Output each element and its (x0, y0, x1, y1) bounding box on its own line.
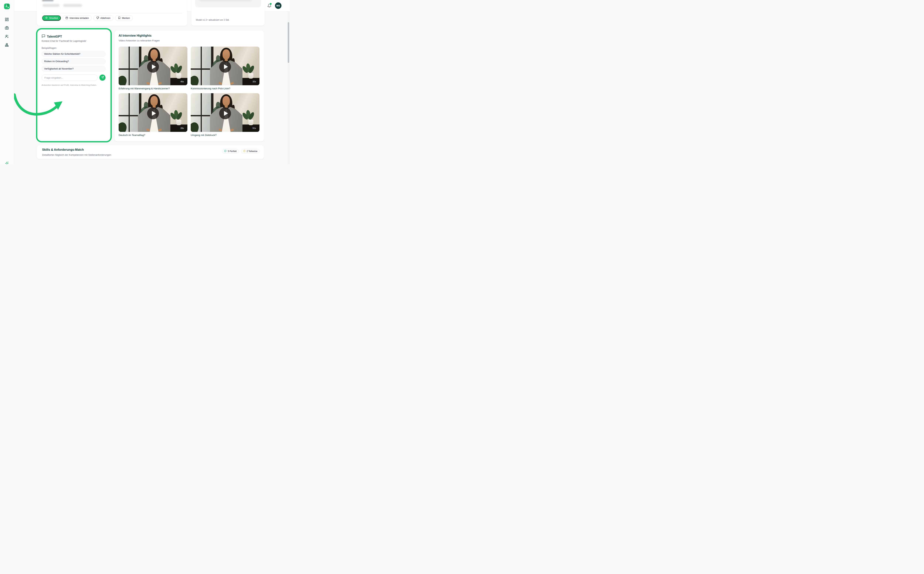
reject-button[interactable]: Ablehnen (94, 15, 113, 21)
play-button-icon[interactable] (219, 61, 231, 73)
divider (42, 13, 182, 13)
calendar-icon (65, 16, 68, 20)
sample-question-list: Welche Stärken für Schichtbetrieb? Risik… (42, 51, 105, 72)
sidebar: J (0, 0, 14, 164)
notifications-button[interactable] (267, 3, 271, 8)
play-button-icon[interactable] (147, 107, 159, 119)
chat-question-input[interactable] (42, 74, 97, 81)
building-icon (5, 44, 9, 47)
talentgpt-panel: TalentGPT Kontext Chat für 'Fachkraft fü… (37, 29, 110, 141)
sample-question-chip[interactable]: Risiken im Onboarding? (42, 58, 105, 64)
send-plane-icon (101, 76, 104, 79)
video-caption: Erfahrung mit Wareneingang & Handscanner… (119, 87, 187, 90)
partial-match-badge: 2 Teilweise (241, 149, 259, 153)
sidebar-item-dashboard[interactable] (5, 17, 9, 22)
video-card[interactable]: 51s Umgang mit Zeitdruck? (191, 93, 259, 136)
send-button[interactable] (99, 74, 105, 80)
sample-question-chip[interactable]: Welche Stärken für Schichtbetrieb? (42, 51, 105, 57)
video-card[interactable]: 28s Deutsch im Teamalltag? (119, 93, 187, 136)
video-caption: Umgang mit Zeitdruck? (191, 134, 259, 136)
sidebar-item-candidates[interactable] (5, 35, 9, 38)
redacted-tag (42, 0, 53, 1)
video-thumbnail[interactable]: 51s (191, 93, 259, 132)
model-summary-box (195, 0, 261, 7)
talentgpt-header: TalentGPT (42, 34, 62, 39)
context-subtitle: Kontext Chat für 'Fachkraft für Lagerlog… (42, 40, 86, 43)
skills-subtitle: Detaillierter Abgleich der Kompetenzen m… (42, 153, 111, 156)
play-button-icon[interactable] (147, 61, 159, 73)
duration-badge: 45s (179, 80, 185, 84)
match-model-card: Model v1.3 • aktualisiert vor 2 Std. (191, 0, 265, 26)
logo-dot-shape (8, 7, 9, 8)
shortlist-button[interactable]: Shortlist (42, 15, 61, 21)
video-caption: Deutsch im Teamalltag? (119, 134, 187, 136)
star-icon (45, 16, 48, 20)
panel-title: TalentGPT (47, 35, 62, 38)
video-thumbnail[interactable]: 32s (191, 47, 259, 85)
sample-questions-label: Beispielfragen: (42, 47, 57, 49)
video-caption: Kommissionierung nach Pick-Liste? (191, 87, 259, 90)
plant (171, 63, 184, 75)
perfect-match-badge: 5 Perfekt (222, 149, 239, 153)
video-card[interactable]: 32s Kommissionierung nach Pick-Liste? (191, 47, 259, 90)
action-button-row: Shortlist Interview einladen Ablehnen Me… (42, 15, 133, 21)
redacted-text-line (42, 4, 60, 7)
alert-circle-icon (243, 150, 245, 153)
invite-interview-button[interactable]: Interview einladen (63, 15, 92, 21)
sample-question-chip[interactable]: Verfügbarkeit ab November? (42, 66, 105, 72)
ai-sparkles-icon (5, 161, 9, 164)
highlights-title: AI Interview Highlights (119, 34, 152, 37)
skills-match-card: Skills & Anforderungs-Match Detaillierte… (37, 145, 264, 159)
duration-badge: 28s (179, 126, 185, 130)
duration-badge: 32s (251, 80, 258, 84)
bookmark-button[interactable]: Merken (115, 15, 133, 21)
user-avatar[interactable]: MS (275, 2, 281, 9)
plant (243, 63, 256, 75)
duration-badge: 51s (251, 126, 258, 130)
plant (171, 110, 184, 121)
redacted-text-line (63, 4, 82, 7)
notification-dot (270, 3, 272, 5)
chat-input-row (42, 74, 106, 81)
plant (243, 110, 256, 121)
logo-glyph: J (6, 4, 7, 8)
chat-bubble-icon (42, 34, 45, 39)
dashboard-grid-icon (5, 19, 9, 22)
model-status-text: Model v1.3 • aktualisiert vor 2 Std. (196, 19, 229, 21)
sidebar-item-company[interactable] (5, 43, 9, 47)
scrollbar-thumb[interactable] (288, 22, 289, 63)
scrollbar-track[interactable] (287, 11, 290, 164)
users-icon (5, 36, 9, 39)
interview-highlights-card: AI Interview Highlights Video-Antworten … (115, 30, 264, 142)
video-grid: 45s Erfahrung mit Wareneingang & Handsca… (119, 47, 260, 136)
app-logo[interactable]: J (4, 3, 10, 9)
briefcase-icon (5, 27, 9, 30)
bell-icon (267, 5, 271, 8)
chat-footer-note: Antworten basieren auf Profil, Interview… (42, 84, 97, 86)
check-circle-icon (224, 150, 226, 153)
highlights-subtitle: Video-Antworten zu relevanten Fragen (119, 39, 160, 42)
redacted-paragraph (199, 0, 252, 1)
skills-title: Skills & Anforderungs-Match (42, 148, 84, 151)
thumbs-down-icon (96, 16, 99, 20)
sidebar-item-jobs[interactable] (5, 26, 9, 30)
skills-badge-row: 5 Perfekt 2 Teilweise (222, 149, 259, 153)
bookmark-icon (118, 16, 121, 20)
video-card[interactable]: 45s Erfahrung mit Wareneingang & Handsca… (119, 47, 187, 90)
video-thumbnail[interactable]: 28s (119, 93, 187, 132)
candidate-action-card: Shortlist Interview einladen Ablehnen Me… (37, 0, 187, 26)
video-thumbnail[interactable]: 45s (119, 47, 187, 85)
play-button-icon[interactable] (219, 107, 231, 119)
